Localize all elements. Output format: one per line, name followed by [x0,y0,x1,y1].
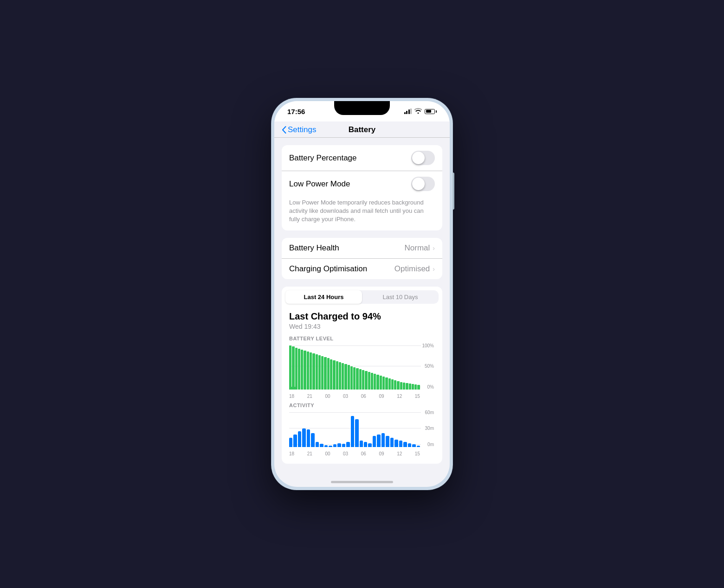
home-indicator [331,481,393,483]
activity-bar [316,442,319,447]
battery-settings-card: Battery Percentage Low Power Mode Low Po… [282,145,442,230]
battery-bar [394,380,396,390]
activity-bar [386,436,389,447]
battery-bar [330,359,332,390]
charging-optimisation-status: Optimised [394,264,430,274]
activity-bar [394,440,398,447]
battery-bar [414,384,417,390]
activity-bars [289,410,420,447]
battery-bar [295,348,297,390]
battery-bar [376,375,379,390]
activity-bar [293,435,297,447]
battery-bar [374,374,376,390]
activity-bar [324,445,328,447]
activity-bar [368,443,371,447]
wifi-icon [414,108,422,115]
battery-bar [382,377,385,390]
battery-percentage-row[interactable]: Battery Percentage [282,145,442,171]
battery-percentage-toggle[interactable] [411,151,435,165]
battery-bar [388,378,391,390]
activity-section: ACTIVITY 60m 30m [282,399,442,456]
low-power-mode-toggle[interactable] [411,177,435,191]
activity-bar [337,443,341,447]
battery-bar [339,362,341,390]
charging-optimisation-value: Optimised › [394,264,435,274]
charging-optimisation-label: Charging Optimisation [289,264,367,274]
battery-bar [412,384,414,390]
battery-health-label: Battery Health [289,243,339,253]
battery-bar [353,367,356,390]
activity-bar [364,442,367,447]
battery-bar [344,364,347,390]
activity-bar [329,446,332,447]
battery-chart: 100% 50% 0% [289,343,435,399]
battery-level-label: BATTERY LEVEL [289,336,435,341]
back-label: Settings [288,125,316,134]
battery-health-row[interactable]: Battery Health Normal › [282,238,442,258]
activity-bar [289,438,292,447]
low-power-description: Low Power Mode temporarily reduces backg… [282,197,442,230]
battery-bar [327,358,330,390]
low-power-mode-row[interactable]: Low Power Mode [282,171,442,197]
activity-bar [320,444,323,447]
chevron-icon: › [433,244,435,252]
battery-bar [356,368,358,390]
battery-bar [307,352,309,390]
activity-bar [377,435,380,447]
battery-health-value: Normal › [405,243,435,253]
tab-last-10-days[interactable]: Last 10 Days [362,290,439,304]
status-icons [404,108,437,115]
activity-bar [307,429,310,447]
battery-bar [362,370,364,390]
activity-bar [298,431,301,447]
navigation-bar: Settings Battery [274,121,450,138]
tab-bar-background: Last 24 Hours Last 10 Days [285,290,439,304]
battery-bar [301,350,303,390]
battery-bar [403,383,405,390]
battery-chart-card: Last 24 Hours Last 10 Days Last Charged … [282,287,442,464]
battery-bar [324,357,326,390]
battery-bar [310,352,312,390]
back-button[interactable]: Settings [282,125,316,134]
battery-bar [365,371,367,390]
battery-bar [391,379,394,390]
activity-bar [302,428,305,447]
battery-bar [336,361,338,390]
battery-health-status: Normal [405,243,430,253]
x-axis: 18 21 00 03 06 09 12 15 [289,393,420,399]
status-bar: 17:56 [274,101,450,121]
activity-bar [360,441,363,447]
activity-bar [311,433,314,447]
tab-last-24-hours[interactable]: Last 24 Hours [285,290,362,304]
activity-bar [417,446,420,447]
page-title: Battery [349,125,376,134]
activity-bar [412,444,415,447]
charging-indicator [290,387,296,390]
low-power-mode-label: Low Power Mode [289,179,350,189]
battery-bar [304,351,306,390]
chart-header: Last Charged to 94% Wed 19:43 [282,307,442,332]
battery-bar [292,346,294,390]
toggle-knob-2 [412,178,425,190]
charge-title: Last Charged to 94% [289,311,435,322]
content-area: Battery Percentage Low Power Mode Low Po… [274,138,450,480]
battery-bar [406,383,408,390]
battery-bar [400,382,402,390]
status-time: 17:56 [287,108,305,115]
chevron-icon-2: › [433,265,435,273]
activity-label: ACTIVITY [289,403,435,408]
charging-optimisation-row[interactable]: Charging Optimisation Optimised › [282,258,442,279]
battery-bar [321,356,323,390]
battery-bar [298,349,300,390]
battery-bar [397,381,399,390]
activity-bar [373,436,376,447]
battery-level-section: BATTERY LEVEL 100% 50% [282,332,442,399]
battery-icon [425,109,437,114]
battery-bar [289,345,291,390]
battery-bar [380,376,382,390]
battery-bars [289,343,420,390]
battery-bar [409,383,411,390]
battery-bar [368,372,370,390]
battery-percentage-label: Battery Percentage [289,153,357,163]
activity-bar [403,442,407,447]
